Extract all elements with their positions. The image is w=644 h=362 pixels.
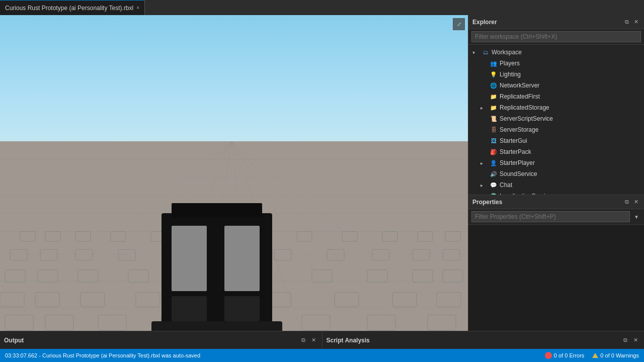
tree-label-starterpack: StarterPack: [500, 148, 531, 155]
properties-dropdown-arrow[interactable]: ▼: [632, 211, 641, 222]
bottom-bar: Output ⧉ ✕ Script Analysis ⧉ ✕: [0, 331, 644, 349]
warnings-status[interactable]: 0 of 0 Warnings: [592, 352, 639, 358]
status-bar: 03:33:07.662 - Curious Rust Prototype (a…: [0, 349, 644, 362]
tree-label-chat: Chat: [500, 182, 512, 189]
warnings-label: 0 of 0 Warnings: [600, 352, 639, 358]
errors-status[interactable]: 0 of 0 Errors: [545, 352, 585, 359]
properties-expand-button[interactable]: ⧉: [623, 198, 630, 206]
tree-arrow-starterplayer: ▸: [480, 160, 488, 166]
properties-filter-bar: ▼: [468, 209, 644, 225]
main-row: ⤢ Explorer ⧉ ✕ ▾🗂Workspace👥Players💡Light…: [0, 15, 644, 331]
tree-label-lighting: Lighting: [500, 71, 521, 78]
svg-rect-70: [172, 226, 207, 291]
tree-icon-serverscriptservice: 📜: [490, 115, 498, 123]
svg-rect-71: [224, 226, 260, 291]
output-close-button[interactable]: ✕: [309, 336, 318, 344]
explorer-title: Explorer: [472, 19, 497, 26]
tree-icon-replicatedstorage: 📁: [490, 104, 498, 112]
explorer-filter-input[interactable]: [471, 31, 641, 42]
properties-title: Properties: [472, 199, 502, 206]
output-expand-button[interactable]: ⧉: [299, 336, 307, 344]
tree-label-replicatedstorage: ReplicatedStorage: [500, 104, 549, 111]
tab-label: Curious Rust Prototype (ai Personality T…: [5, 5, 133, 12]
tree-item-startergui[interactable]: 🖼StarterGui: [468, 135, 644, 146]
tree-label-localizationservice: LocalizationService: [500, 193, 551, 195]
properties-close-button[interactable]: ✕: [632, 198, 640, 206]
explorer-tree: ▾🗂Workspace👥Players💡Lighting🌐NetworkServ…: [468, 45, 644, 195]
tree-label-serverscriptservice: ServerScriptService: [500, 115, 553, 122]
tree-icon-localizationservice: 🌍: [490, 192, 498, 195]
tree-label-startergui: StarterGui: [500, 137, 527, 144]
car-model: [131, 198, 302, 331]
tree-arrow-chat: ▸: [480, 183, 488, 188]
tree-arrow-replicatedstorage: ▸: [480, 105, 488, 111]
explorer-filter-bar: [468, 29, 644, 45]
tree-item-lighting[interactable]: 💡Lighting: [468, 69, 644, 80]
explorer-close-button[interactable]: ✕: [632, 18, 640, 26]
right-panel: Explorer ⧉ ✕ ▾🗂Workspace👥Players💡Lightin…: [468, 15, 644, 331]
tree-icon-soundservice: 🔊: [490, 170, 498, 178]
properties-filter-input[interactable]: [471, 211, 630, 222]
active-tab[interactable]: Curious Rust Prototype (ai Personality T…: [0, 0, 145, 15]
tree-label-networkserver: NetworkServer: [500, 82, 539, 89]
tree-icon-startergui: 🖼: [490, 137, 498, 145]
explorer-panel: Explorer ⧉ ✕ ▾🗂Workspace👥Players💡Lightin…: [468, 15, 644, 195]
tree-icon-starterplayer: 👤: [490, 159, 498, 167]
tree-label-serverstorage: ServerStorage: [500, 126, 538, 133]
tree-item-chat[interactable]: ▸💬Chat: [468, 179, 644, 191]
script-analysis-close-button[interactable]: ✕: [631, 336, 640, 344]
svg-rect-82: [172, 203, 262, 217]
script-analysis-title: Script Analysis: [327, 337, 620, 344]
errors-label: 0 of 0 Errors: [554, 352, 585, 358]
tab-bar: Curious Rust Prototype (ai Personality T…: [0, 0, 644, 15]
tree-icon-players: 👥: [490, 59, 498, 67]
tree-item-starterpack[interactable]: 🎒StarterPack: [468, 146, 644, 157]
tree-item-networkserver[interactable]: 🌐NetworkServer: [468, 80, 644, 91]
tree-arrow-workspace: ▾: [472, 50, 479, 55]
properties-panel: Properties ⧉ ✕ ▼: [468, 195, 644, 331]
tree-icon-chat: 💬: [490, 181, 498, 189]
car-svg: [131, 198, 302, 331]
viewport-controls: ⤢: [453, 18, 465, 30]
tree-item-starterplayer[interactable]: ▸👤StarterPlayer: [468, 157, 644, 168]
tree-item-serverscriptservice[interactable]: 📜ServerScriptService: [468, 113, 644, 124]
output-title: Output: [4, 337, 297, 344]
tree-label-players: Players: [500, 60, 520, 67]
tree-label-replicatedfirst: ReplicatedFirst: [500, 93, 540, 100]
tree-item-serverstorage[interactable]: 🗄ServerStorage: [468, 124, 644, 135]
tree-icon-workspace: 🗂: [481, 48, 490, 56]
tree-item-replicatedstorage[interactable]: ▸📁ReplicatedStorage: [468, 102, 644, 113]
ground: [0, 141, 468, 331]
tree-item-soundservice[interactable]: 🔊SoundService: [468, 168, 644, 179]
tree-label-soundservice: SoundService: [500, 170, 537, 177]
svg-rect-72: [172, 296, 207, 321]
explorer-header: Explorer ⧉ ✕: [468, 15, 644, 29]
viewport-maximize-button[interactable]: ⤢: [453, 18, 465, 30]
tree-icon-lighting: 💡: [490, 70, 498, 78]
properties-content: [468, 225, 644, 331]
tree-item-workspace[interactable]: ▾🗂Workspace: [468, 47, 644, 58]
explorer-expand-button[interactable]: ⧉: [623, 18, 630, 26]
tree-item-players[interactable]: 👥Players: [468, 58, 644, 69]
tree-icon-starterpack: 🎒: [490, 148, 498, 156]
status-message: 03:33:07.662 - Curious Rust Prototype (a…: [5, 352, 537, 358]
3d-scene: ⤢: [0, 15, 468, 331]
output-panel: Output ⧉ ✕: [0, 331, 323, 349]
properties-header-icons: ⧉ ✕: [623, 198, 640, 206]
viewport[interactable]: ⤢: [0, 15, 468, 331]
warnings-icon: [592, 353, 598, 358]
properties-header: Properties ⧉ ✕: [468, 195, 644, 209]
tree-icon-replicatedfirst: 📁: [490, 93, 498, 101]
errors-icon: [545, 352, 552, 359]
explorer-header-icons: ⧉ ✕: [623, 18, 640, 26]
script-analysis-expand-button[interactable]: ⧉: [621, 336, 629, 344]
tab-close-button[interactable]: ×: [136, 5, 139, 11]
tree-item-localizationservice[interactable]: 🌍LocalizationService: [468, 191, 644, 195]
tree-item-replicatedfirst[interactable]: 📁ReplicatedFirst: [468, 91, 644, 102]
svg-rect-73: [224, 296, 260, 321]
tree-container: ▾🗂Workspace👥Players💡Lighting🌐NetworkServ…: [468, 47, 644, 195]
tree-icon-networkserver: 🌐: [490, 81, 498, 89]
tree-label-starterplayer: StarterPlayer: [500, 159, 535, 166]
tree-icon-serverstorage: 🗄: [490, 126, 498, 134]
tree-label-workspace: Workspace: [492, 49, 522, 56]
